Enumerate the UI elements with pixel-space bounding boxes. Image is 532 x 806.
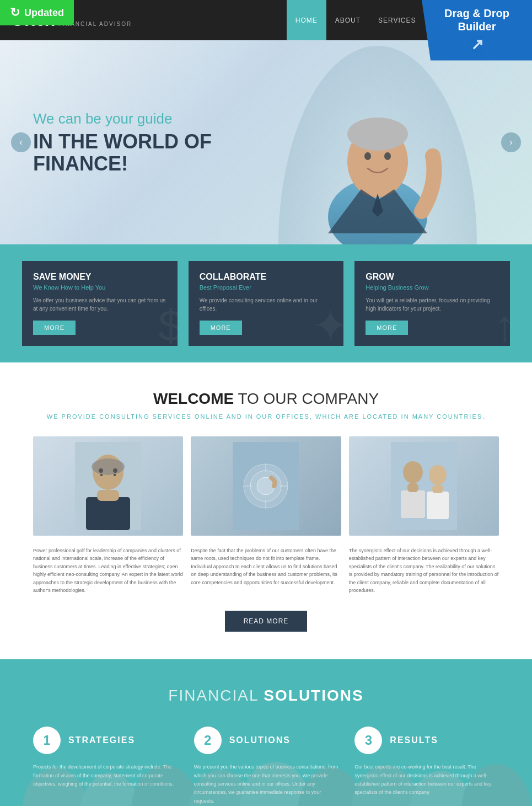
updated-label: Updated [24, 7, 64, 19]
service-bg-icon-2: ✦ [312, 300, 343, 346]
updated-badge: ↻ Updated [0, 0, 74, 25]
nav-services[interactable]: SERVICES [369, 0, 424, 40]
svg-rect-11 [97, 490, 119, 501]
service-card-save: $ SAVE MONEY We Know How to Help You We … [22, 261, 178, 346]
svg-rect-15 [100, 474, 103, 476]
svg-point-40 [461, 764, 531, 806]
svg-point-12 [92, 458, 125, 475]
service-desc-save: We offer you business advice that you ca… [33, 296, 166, 313]
desc-col-1: Power professional golf for leadership o… [33, 547, 183, 594]
hero-line1: We can be your guide [33, 110, 212, 127]
dnd-line1: Drag & Drop [444, 7, 509, 19]
svg-point-26 [403, 461, 423, 483]
service-card-grow: ↑ GROW Helping Business Grow You will ge… [354, 261, 510, 346]
svg-point-5 [364, 152, 371, 160]
svg-point-4 [347, 118, 408, 151]
dnd-line2: Builder [458, 20, 496, 33]
service-title-collab: COLLABORATE [200, 272, 333, 282]
photo-man [33, 436, 183, 536]
svg-point-32 [22, 767, 88, 806]
svg-rect-30 [427, 492, 449, 519]
service-bg-icon: $ [158, 301, 178, 346]
service-subtitle-collab: Best Proposal Ever [200, 284, 333, 291]
service-title-save: SAVE MONEY [33, 272, 166, 282]
desc-col-2: Despite the fact that the problems of ou… [191, 547, 341, 594]
welcome-section: WELCOME TO OUR COMPANY WE PROVIDE CONSUL… [0, 362, 532, 659]
nav-about[interactable]: ABOUT [326, 0, 369, 40]
hero-next-button[interactable]: › [501, 132, 521, 152]
desc-col-3: The synergistic effect of our decisions … [349, 547, 499, 594]
photo-meeting [349, 436, 499, 536]
svg-rect-28 [407, 483, 418, 492]
svg-point-33 [80, 773, 141, 806]
service-bg-icon-3: ↑ [493, 301, 510, 346]
services-strip: $ SAVE MONEY We Know How to Help You We … [0, 244, 532, 362]
refresh-icon: ↻ [10, 6, 20, 20]
svg-point-29 [429, 465, 447, 485]
service-title-grow: GROW [366, 272, 499, 282]
svg-point-14 [113, 468, 117, 473]
svg-point-6 [384, 152, 391, 160]
financial-title: FINANCIAL SOLUTIONS [33, 687, 499, 704]
arrow-icon: ↗ [431, 35, 523, 54]
hero-section: We can be your guide IN THE WORLD OF FIN… [0, 40, 532, 244]
svg-point-38 [352, 765, 420, 806]
read-more-button[interactable]: READ MORE [225, 611, 308, 632]
hero-image [278, 46, 477, 244]
service-subtitle-save: We Know How to Help You [33, 284, 166, 291]
svg-rect-27 [401, 490, 425, 518]
service-btn-grow[interactable]: MORE [366, 321, 408, 335]
dnd-badge: Drag & Drop Builder ↗ [422, 0, 532, 61]
nav-home[interactable]: HOME [287, 0, 326, 40]
svg-rect-16 [114, 474, 116, 476]
service-subtitle-grow: Helping Business Grow [366, 284, 499, 291]
service-btn-collab[interactable]: MORE [200, 321, 242, 335]
svg-point-13 [99, 468, 103, 473]
service-card-collaborate: ✦ COLLABORATE Best Proposal Ever We prov… [189, 261, 344, 346]
service-btn-save[interactable]: MORE [33, 321, 76, 335]
welcome-subtitle: WE PROVIDE CONSULTING SERVICES ONLINE AN… [33, 413, 499, 420]
svg-rect-31 [432, 485, 443, 493]
hero-text: We can be your guide IN THE WORLD OF FIN… [0, 110, 212, 174]
svg-rect-10 [86, 497, 130, 530]
photo-tech [191, 436, 341, 536]
hero-line2: IN THE WORLD OF FINANCE! [33, 131, 212, 174]
service-desc-grow: You will get a reliable partner, focused… [366, 296, 499, 313]
descriptions-row: Power professional golf for leadership o… [33, 547, 499, 594]
photos-row [33, 436, 499, 536]
svg-point-34 [131, 765, 200, 806]
welcome-title: WELCOME TO OUR COMPANY [33, 390, 499, 408]
